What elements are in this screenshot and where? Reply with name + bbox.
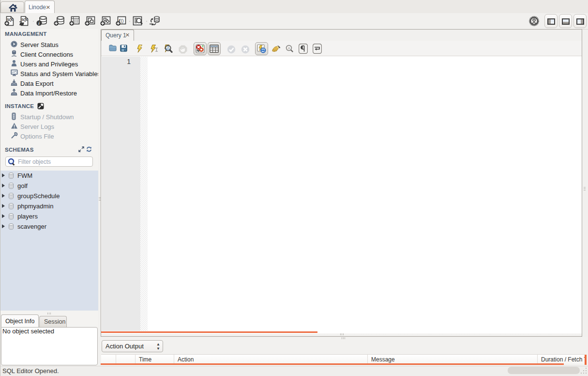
svg-text:(): () [121, 18, 124, 23]
svg-text:SQL: SQL [7, 18, 14, 22]
svg-text:A: A [288, 46, 291, 50]
svg-text:SQL: SQL [21, 18, 29, 22]
